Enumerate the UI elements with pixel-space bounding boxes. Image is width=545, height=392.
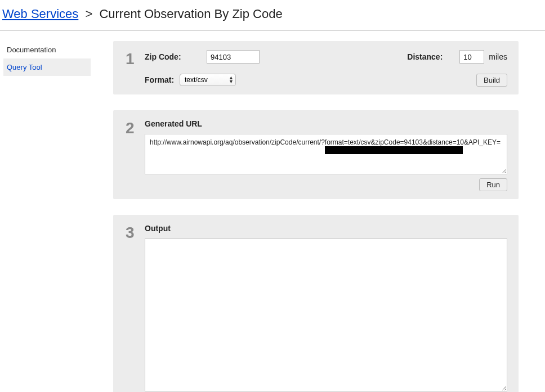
generated-url-textarea[interactable] — [145, 134, 507, 174]
breadcrumb-current: Current Observation By Zip Code — [99, 7, 282, 21]
sidebar-item-documentation[interactable]: Documentation — [3, 41, 91, 58]
zip-code-input[interactable] — [207, 50, 260, 64]
zip-code-label: Zip Code: — [145, 52, 207, 61]
run-button[interactable]: Run — [479, 178, 507, 191]
sidebar: Documentation Query Tool — [3, 41, 91, 76]
panel-step-2: 2 Generated URL Run — [113, 110, 519, 199]
format-label: Format: — [145, 75, 180, 84]
distance-label: Distance: — [407, 52, 443, 61]
step-1-number: 1 — [126, 51, 145, 67]
breadcrumb-separator: > — [85, 7, 92, 21]
breadcrumb-root-link[interactable]: Web Services — [2, 7, 78, 21]
step-3-number: 3 — [126, 225, 145, 241]
step-2-number: 2 — [126, 120, 145, 136]
breadcrumb: Web Services > Current Observation By Zi… — [0, 0, 545, 31]
panel-step-1: 1 Zip Code: Distance: miles Format: text — [113, 41, 519, 94]
output-title: Output — [145, 224, 507, 233]
distance-input[interactable] — [459, 50, 484, 64]
generated-url-title: Generated URL — [145, 119, 507, 128]
sidebar-item-query-tool[interactable]: Query Tool — [3, 58, 91, 76]
build-button[interactable]: Build — [476, 74, 507, 87]
distance-unit: miles — [489, 52, 507, 61]
output-textarea[interactable] — [145, 238, 507, 391]
panel-step-3: 3 Output — [113, 215, 519, 392]
format-select[interactable]: text/csv — [180, 74, 236, 86]
